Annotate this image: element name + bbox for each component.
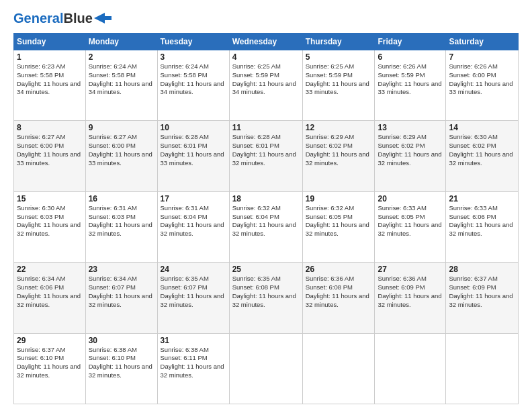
day-number: 10 (161, 123, 226, 132)
calendar-day-cell: 22 Sunrise: 6:34 AMSunset: 6:06 PMDaylig… (14, 263, 86, 333)
day-info: Sunrise: 6:26 AMSunset: 5:59 PMDaylight:… (378, 62, 441, 95)
day-info: Sunrise: 6:27 AMSunset: 6:00 PMDaylight:… (89, 133, 152, 166)
day-number: 18 (232, 194, 300, 203)
svg-marker-0 (94, 13, 112, 24)
day-info: Sunrise: 6:35 AMSunset: 6:07 PMDaylight:… (161, 275, 224, 308)
day-number: 14 (449, 123, 515, 132)
calendar-day-cell: 13 Sunrise: 6:29 AMSunset: 6:02 PMDaylig… (375, 121, 446, 191)
day-info: Sunrise: 6:36 AMSunset: 6:09 PMDaylight:… (378, 275, 441, 308)
calendar-day-cell: 20 Sunrise: 6:33 AMSunset: 6:05 PMDaylig… (375, 191, 446, 262)
logo-wordmark: GeneralBlue (13, 11, 93, 26)
day-info: Sunrise: 6:28 AMSunset: 6:01 PMDaylight:… (232, 133, 296, 166)
calendar-day-cell: 29 Sunrise: 6:37 AMSunset: 6:10 PMDaylig… (14, 333, 86, 404)
calendar-col-header: Monday (85, 34, 157, 50)
day-info: Sunrise: 6:37 AMSunset: 6:09 PMDaylight:… (449, 275, 513, 308)
day-number: 25 (232, 265, 300, 274)
day-info: Sunrise: 6:26 AMSunset: 6:00 PMDaylight:… (449, 62, 513, 95)
day-number: 30 (89, 336, 154, 345)
day-number: 6 (378, 52, 443, 62)
calendar-day-cell: 10 Sunrise: 6:28 AMSunset: 6:01 PMDaylig… (157, 121, 229, 191)
day-info: Sunrise: 6:34 AMSunset: 6:07 PMDaylight:… (89, 275, 152, 308)
calendar-day-cell: 25 Sunrise: 6:35 AMSunset: 6:08 PMDaylig… (229, 263, 302, 333)
day-number: 17 (161, 194, 226, 203)
header: GeneralBlue (13, 11, 519, 26)
day-info: Sunrise: 6:36 AMSunset: 6:08 PMDaylight:… (306, 275, 369, 308)
day-info: Sunrise: 6:30 AMSunset: 6:02 PMDaylight:… (449, 133, 513, 166)
calendar-day-cell: 2 Sunrise: 6:24 AMSunset: 5:58 PMDayligh… (85, 50, 157, 121)
day-info: Sunrise: 6:30 AMSunset: 6:03 PMDaylight:… (17, 204, 81, 237)
day-number: 4 (232, 52, 300, 62)
calendar-day-cell: 21 Sunrise: 6:33 AMSunset: 6:06 PMDaylig… (446, 191, 519, 262)
calendar-day-cell (229, 333, 302, 404)
calendar-col-header: Sunday (14, 34, 86, 50)
calendar-col-header: Saturday (446, 34, 519, 50)
day-number: 15 (17, 194, 83, 203)
day-number: 3 (161, 52, 226, 62)
calendar-day-cell (446, 333, 519, 404)
calendar-week-row: 8 Sunrise: 6:27 AMSunset: 6:00 PMDayligh… (14, 121, 519, 191)
calendar-day-cell: 5 Sunrise: 6:25 AMSunset: 5:59 PMDayligh… (302, 50, 375, 121)
day-info: Sunrise: 6:32 AMSunset: 6:05 PMDaylight:… (306, 204, 369, 237)
calendar-day-cell (302, 333, 375, 404)
calendar-day-cell: 9 Sunrise: 6:27 AMSunset: 6:00 PMDayligh… (85, 121, 157, 191)
day-info: Sunrise: 6:29 AMSunset: 6:02 PMDaylight:… (306, 133, 369, 166)
calendar-week-row: 22 Sunrise: 6:34 AMSunset: 6:06 PMDaylig… (14, 263, 519, 333)
calendar-day-cell: 6 Sunrise: 6:26 AMSunset: 5:59 PMDayligh… (375, 50, 446, 121)
logo-container: GeneralBlue (13, 11, 112, 26)
day-number: 8 (17, 123, 83, 132)
calendar-col-header: Tuesday (157, 34, 229, 50)
calendar-col-header: Wednesday (229, 34, 302, 50)
day-info: Sunrise: 6:29 AMSunset: 6:02 PMDaylight:… (378, 133, 441, 166)
day-number: 19 (306, 194, 372, 203)
day-number: 27 (378, 265, 443, 274)
calendar-day-cell: 7 Sunrise: 6:26 AMSunset: 6:00 PMDayligh… (446, 50, 519, 121)
calendar-day-cell: 19 Sunrise: 6:32 AMSunset: 6:05 PMDaylig… (302, 191, 375, 262)
calendar-day-cell: 31 Sunrise: 6:38 AMSunset: 6:11 PMDaylig… (157, 333, 229, 404)
day-number: 31 (161, 336, 226, 345)
calendar-table: SundayMondayTuesdayWednesdayThursdayFrid… (13, 33, 519, 404)
day-number: 21 (449, 194, 515, 203)
calendar-week-row: 29 Sunrise: 6:37 AMSunset: 6:10 PMDaylig… (14, 333, 519, 404)
calendar-col-header: Thursday (302, 34, 375, 50)
calendar-week-row: 1 Sunrise: 6:23 AMSunset: 5:58 PMDayligh… (14, 50, 519, 121)
day-info: Sunrise: 6:31 AMSunset: 6:03 PMDaylight:… (89, 204, 152, 237)
calendar-day-cell: 3 Sunrise: 6:24 AMSunset: 5:58 PMDayligh… (157, 50, 229, 121)
day-number: 24 (161, 265, 226, 274)
day-number: 16 (89, 194, 154, 203)
day-info: Sunrise: 6:23 AMSunset: 5:58 PMDaylight:… (17, 62, 81, 95)
day-number: 11 (232, 123, 300, 132)
day-number: 13 (378, 123, 443, 132)
calendar-header-row: SundayMondayTuesdayWednesdayThursdayFrid… (14, 34, 519, 50)
calendar-day-cell: 8 Sunrise: 6:27 AMSunset: 6:00 PMDayligh… (14, 121, 86, 191)
calendar-day-cell: 28 Sunrise: 6:37 AMSunset: 6:09 PMDaylig… (446, 263, 519, 333)
calendar-day-cell: 11 Sunrise: 6:28 AMSunset: 6:01 PMDaylig… (229, 121, 302, 191)
day-info: Sunrise: 6:38 AMSunset: 6:10 PMDaylight:… (89, 346, 152, 379)
logo-arrow-icon (94, 11, 112, 25)
day-info: Sunrise: 6:32 AMSunset: 6:04 PMDaylight:… (232, 204, 296, 237)
day-number: 7 (449, 52, 515, 62)
calendar-day-cell: 26 Sunrise: 6:36 AMSunset: 6:08 PMDaylig… (302, 263, 375, 333)
calendar-day-cell: 17 Sunrise: 6:31 AMSunset: 6:04 PMDaylig… (157, 191, 229, 262)
day-info: Sunrise: 6:24 AMSunset: 5:58 PMDaylight:… (161, 62, 224, 95)
day-info: Sunrise: 6:33 AMSunset: 6:06 PMDaylight:… (449, 204, 513, 237)
day-info: Sunrise: 6:33 AMSunset: 6:05 PMDaylight:… (378, 204, 441, 237)
calendar-day-cell: 24 Sunrise: 6:35 AMSunset: 6:07 PMDaylig… (157, 263, 229, 333)
calendar-day-cell: 14 Sunrise: 6:30 AMSunset: 6:02 PMDaylig… (446, 121, 519, 191)
day-info: Sunrise: 6:27 AMSunset: 6:00 PMDaylight:… (17, 133, 81, 166)
calendar-day-cell: 15 Sunrise: 6:30 AMSunset: 6:03 PMDaylig… (14, 191, 86, 262)
calendar-day-cell: 27 Sunrise: 6:36 AMSunset: 6:09 PMDaylig… (375, 263, 446, 333)
day-number: 1 (17, 52, 83, 62)
day-number: 20 (378, 194, 443, 203)
page: GeneralBlue SundayMondayTuesdayWednesday… (0, 0, 532, 411)
day-number: 12 (306, 123, 372, 132)
day-info: Sunrise: 6:28 AMSunset: 6:01 PMDaylight:… (161, 133, 224, 166)
calendar-day-cell: 23 Sunrise: 6:34 AMSunset: 6:07 PMDaylig… (85, 263, 157, 333)
day-info: Sunrise: 6:35 AMSunset: 6:08 PMDaylight:… (232, 275, 296, 308)
day-number: 28 (449, 265, 515, 274)
day-info: Sunrise: 6:25 AMSunset: 5:59 PMDaylight:… (232, 62, 296, 95)
calendar-day-cell: 18 Sunrise: 6:32 AMSunset: 6:04 PMDaylig… (229, 191, 302, 262)
day-info: Sunrise: 6:34 AMSunset: 6:06 PMDaylight:… (17, 275, 81, 308)
day-info: Sunrise: 6:24 AMSunset: 5:58 PMDaylight:… (89, 62, 152, 95)
day-info: Sunrise: 6:25 AMSunset: 5:59 PMDaylight:… (306, 62, 369, 95)
calendar-day-cell (375, 333, 446, 404)
